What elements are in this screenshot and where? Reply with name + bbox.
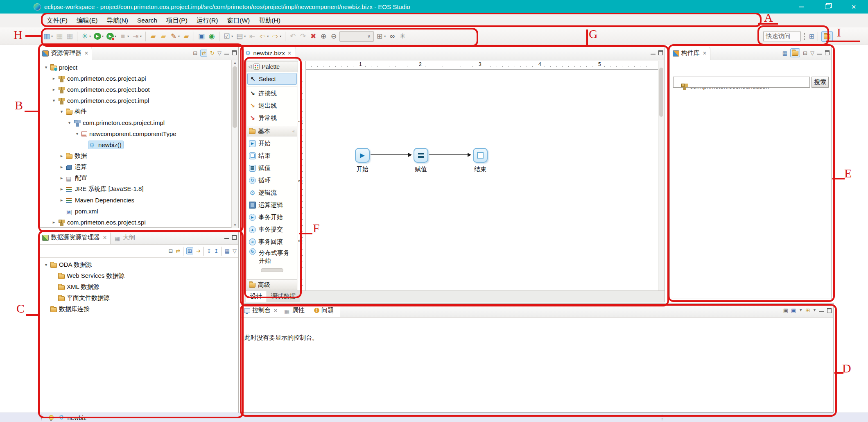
tree-item[interactable]: XML 数据源 [39, 281, 238, 293]
palette-resize-grip[interactable] [261, 268, 283, 272]
minimize-editor-button[interactable] [651, 54, 656, 54]
editor-mode-tab[interactable]: 调试数据 [267, 291, 300, 302]
menu-item[interactable]: 导航(N) [102, 15, 133, 26]
tree-mode-icon[interactable]: ⊞ [186, 247, 193, 254]
toolbar-button[interactable]: ▾ [219, 32, 219, 41]
menu-item[interactable]: 运行(R) [192, 15, 223, 26]
dropdown-arrow-icon[interactable]: ▾ [267, 34, 269, 38]
tree-item[interactable]: pom.xml [39, 206, 238, 217]
menu-item[interactable]: 编辑(E) [72, 15, 102, 26]
maximize-editor-button[interactable] [658, 50, 663, 55]
expand-arrow-icon[interactable]: ▸ [58, 186, 65, 192]
toolbar-button[interactable]: ▾ [77, 32, 77, 41]
toolbar-button[interactable]: ⊞▾ [375, 30, 387, 43]
toolbar-button[interactable]: ▦▾ [55, 30, 64, 43]
palette-item[interactable]: 赋值 [247, 162, 297, 174]
view-menu-icon[interactable]: ▽ [233, 248, 237, 254]
tree-item[interactable]: ▸ 配置 [39, 172, 238, 184]
tree-item[interactable]: 平面文件数据源 [39, 293, 238, 304]
tab-component-library[interactable]: 构件库 ✕ [670, 47, 710, 60]
expand-arrow-icon[interactable]: ▾ [43, 262, 50, 268]
menu-item[interactable]: 窗口(W) [222, 15, 254, 26]
tree-item[interactable]: ▾ com.primeton.eos.project.impl [39, 95, 238, 106]
toolbar-button[interactable]: ▾ [285, 32, 285, 41]
open-perspective-icon[interactable]: ⊞ [809, 32, 814, 40]
tab-close-icon[interactable]: ✕ [84, 50, 88, 56]
palette-item[interactable]: 事务回滚 [247, 236, 297, 248]
collapse-all-icon[interactable]: ⊟ [803, 50, 807, 56]
toolbar-button[interactable]: ▾ [339, 31, 374, 42]
toolbar-button[interactable]: ▾ [194, 32, 194, 41]
toolbar-button[interactable]: ✎▾ [169, 30, 181, 43]
toolbar-button[interactable]: ▰▾ [182, 30, 191, 43]
console-tab[interactable]: 控制台 ✕ [241, 304, 281, 317]
component-filter-icon[interactable]: ▦ [782, 50, 787, 56]
toolbar-button[interactable]: ◉▾ [207, 30, 216, 43]
scroll-thumb[interactable] [659, 68, 663, 117]
palette-item[interactable]: 事务开始 [247, 211, 297, 223]
link-icon[interactable]: ⇄ [176, 248, 180, 254]
toolbar-button[interactable]: ∞▾ [388, 30, 397, 43]
menu-item[interactable]: 文件(F) [42, 15, 72, 26]
canvas-scrollbar[interactable] [658, 61, 664, 291]
expand-arrow-icon[interactable]: ▸ [58, 153, 65, 159]
minimize-view-button[interactable] [224, 54, 229, 54]
toolbar-button[interactable]: ✳▾ [398, 30, 407, 43]
tree-item[interactable]: Web Services 数据源 [39, 270, 238, 281]
palette-item[interactable]: 连接线 [247, 87, 297, 100]
tree-item[interactable]: newbiz() [39, 139, 238, 150]
maximize-view-button[interactable] [232, 235, 237, 240]
toolbar-button[interactable]: ▣▾ [197, 30, 206, 43]
dropdown-arrow-icon[interactable]: ▾ [178, 34, 180, 38]
expand-arrow-icon[interactable]: ▾ [66, 120, 73, 125]
dropdown-arrow-icon[interactable]: ▾ [102, 34, 104, 38]
tree-item[interactable]: ▸ com.primeton.eos.project.api [39, 73, 238, 84]
palette-section-advanced[interactable]: 高级 [247, 279, 297, 290]
quick-access-input[interactable]: 快速访问 [763, 32, 801, 41]
tree-item[interactable]: ▾ ODA 数据源 [39, 259, 238, 270]
maximize-view-button[interactable] [232, 50, 237, 55]
active-perspective-button[interactable] [821, 31, 833, 42]
console-tab[interactable]: 属性 [281, 304, 311, 317]
toolbar-button[interactable]: ⇤▾ [248, 30, 257, 43]
save-profile-icon[interactable]: ▦ [225, 248, 230, 254]
dropdown-arrow-icon[interactable]: ▾ [140, 34, 142, 38]
dropdown-arrow-icon[interactable]: ▾ [127, 34, 129, 38]
scroll-down-icon[interactable]: ▼ [232, 222, 238, 228]
palette-item[interactable]: 异常线 [247, 112, 297, 124]
view-menu-icon[interactable]: ▽ [217, 50, 222, 56]
dropdown-arrow-icon[interactable]: ▾ [89, 34, 91, 38]
flow-node[interactable]: 赋值 [414, 148, 428, 163]
tree-item[interactable]: ▸ 运算 [39, 161, 238, 172]
scroll-up-icon[interactable]: ▲ [232, 60, 238, 66]
goto-icon[interactable]: ➔ [196, 248, 201, 254]
editor-mode-tab[interactable]: 设计 [246, 291, 267, 302]
palette-select-tool[interactable]: Select [247, 73, 297, 85]
collapse-all-icon[interactable]: ⊟ [168, 248, 173, 254]
tree-item[interactable]: ▸ JRE 系统库 [JavaSE-1.8] [39, 184, 238, 195]
console-tab[interactable]: 问题 [311, 304, 340, 317]
toolbar-button[interactable]: ⊖▾ [329, 30, 338, 43]
flow-node[interactable]: 结束 [473, 148, 488, 163]
dropdown-arrow-icon[interactable]: ▾ [231, 34, 233, 38]
view-menu-icon[interactable]: ▽ [810, 50, 814, 56]
import-icon[interactable]: ↧ [207, 248, 211, 254]
toolbar-button[interactable]: ■▾ [118, 30, 130, 43]
expand-arrow-icon[interactable]: ▸ [58, 164, 65, 170]
menu-item[interactable]: Search [133, 16, 162, 25]
minimize-view-button[interactable] [817, 54, 822, 54]
library-search-button[interactable]: 搜索 [811, 77, 829, 88]
menu-item[interactable]: 项目(P) [162, 15, 192, 26]
tree-item[interactable]: ▾ 构件 [39, 106, 238, 117]
expand-arrow-icon[interactable]: ▸ [50, 220, 57, 225]
tab-outline[interactable]: 大纲 [111, 231, 139, 244]
tab-resource-explorer[interactable]: 资源管理器 ✕ [39, 47, 92, 60]
dropdown-arrow-icon[interactable]: ▾ [384, 34, 386, 38]
maximize-view-button[interactable] [825, 50, 830, 55]
tree-item[interactable]: ▾ newcomponent.componentType [39, 128, 238, 139]
minimize-view-button[interactable] [819, 311, 824, 312]
expand-arrow-icon[interactable]: ▾ [50, 98, 57, 103]
toolbar-button[interactable]: ⇥▾ [131, 30, 142, 43]
toolbar-button[interactable]: ✖▾ [309, 30, 318, 43]
palette-item[interactable]: 循环 [247, 174, 297, 186]
